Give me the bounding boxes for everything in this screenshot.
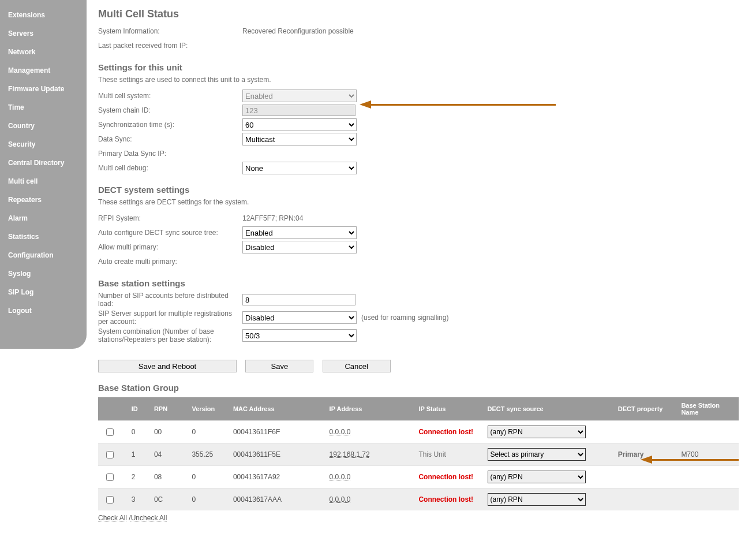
base-title: Base station settings (98, 278, 739, 288)
sidebar-item-servers[interactable]: Servers (0, 24, 87, 43)
cell-rpn: 0C (148, 488, 186, 511)
sidebar-item-statistics[interactable]: Statistics (0, 228, 87, 246)
lastpkt-row: Last packet received from IP: (98, 39, 739, 52)
check-all-link[interactable]: Check All (98, 514, 127, 522)
sidebar-item-network[interactable]: Network (0, 43, 87, 61)
table-row: 2080000413617A920.0.0.0Connection lost!(… (98, 466, 739, 488)
sidebar-item-alarm[interactable]: Alarm (0, 209, 87, 228)
combo-select[interactable]: 50/3 (242, 329, 357, 342)
sidebar-item-time[interactable]: Time (0, 98, 87, 117)
settings-desc: These settings are used to connect this … (98, 76, 739, 84)
dect-title: DECT system settings (98, 185, 739, 195)
sep: / (127, 514, 131, 522)
ip-link[interactable]: 0.0.0.0 (330, 495, 351, 504)
multi-select[interactable]: Disabled (242, 311, 357, 324)
row-checkbox[interactable] (106, 496, 114, 504)
cancel-button[interactable]: Cancel (323, 360, 391, 372)
uncheck-all-link[interactable]: Uncheck All (131, 514, 167, 522)
cell-prop (612, 466, 676, 488)
multi-label: SIP Server support for multiple registra… (98, 309, 242, 326)
rfpi-value: 12AFF5F7; RPN:04 (242, 214, 303, 222)
sync-source-select[interactable]: (any) RPN (488, 471, 586, 483)
sync-source-select[interactable]: Select as primary (488, 448, 586, 461)
sip-input[interactable] (242, 294, 355, 305)
cell-ip: 192.168.1.72 (324, 443, 413, 466)
debug-select[interactable]: None (242, 162, 357, 174)
allow-select[interactable]: Disabled (242, 241, 357, 253)
sidebar-item-country[interactable]: Country (0, 117, 87, 135)
sip-label: Number of SIP accounts before distribute… (98, 292, 242, 308)
cell-id: 1 (126, 443, 148, 466)
cell-id: 2 (126, 466, 148, 488)
th-name: Base Station Name (675, 397, 739, 421)
cell-ver: 355.25 (186, 443, 227, 466)
save-reboot-button[interactable]: Save and Reboot (98, 360, 237, 372)
cell-ip: 0.0.0.0 (324, 421, 413, 443)
cell-mac: 000413617AAA (227, 488, 324, 511)
cell-ver: 0 (186, 421, 227, 443)
sync-source-select[interactable]: (any) RPN (488, 426, 586, 438)
th-ipstatus: IP Status (413, 397, 481, 421)
sidebar-item-central-directory[interactable]: Central Directory (0, 154, 87, 172)
button-row: Save and Reboot Save Cancel (98, 360, 739, 372)
ip-link[interactable]: 0.0.0.0 (330, 428, 351, 436)
sync-source-select[interactable]: (any) RPN (488, 493, 586, 506)
cell-name (675, 466, 739, 488)
sidebar: ExtensionsServersNetworkManagementFirmwa… (0, 0, 87, 349)
cell-id: 3 (126, 488, 148, 511)
autocreate-label: Auto create multi primary: (98, 258, 242, 266)
sidebar-item-multi-cell[interactable]: Multi cell (0, 172, 87, 191)
allow-label: Allow multi primary: (98, 243, 242, 251)
datasync-label: Data Sync: (98, 135, 242, 143)
cell-rpn: 04 (148, 443, 186, 466)
sidebar-item-syslog[interactable]: Syslog (0, 264, 87, 283)
th-ver: Version (186, 397, 227, 421)
th-ip: IP Address (324, 397, 413, 421)
row-checkbox[interactable] (106, 428, 114, 436)
cell-prop (612, 488, 676, 511)
lastpkt-label: Last packet received from IP: (98, 42, 242, 50)
cell-ip: 0.0.0.0 (324, 466, 413, 488)
sidebar-item-extensions[interactable]: Extensions (0, 6, 87, 24)
page-title: Multi Cell Status (98, 8, 739, 20)
sync-select[interactable]: 60 (242, 118, 357, 131)
debug-label: Multi cell debug: (98, 164, 242, 172)
cell-status: Connection lost! (413, 488, 481, 511)
annotation-arrow-1 (360, 100, 556, 109)
cell-rpn: 08 (148, 466, 186, 488)
cell-mac: 000413617A92 (227, 466, 324, 488)
sidebar-item-management[interactable]: Management (0, 61, 87, 80)
sidebar-item-firmware-update[interactable]: Firmware Update (0, 80, 87, 98)
primip-label: Primary Data Sync IP: (98, 150, 242, 158)
cell-status: This Unit (413, 443, 481, 466)
table-row: 30C0000413617AAA0.0.0.0Connection lost!(… (98, 488, 739, 511)
combo-label: System combination (Number of base stati… (98, 327, 242, 344)
datasync-select[interactable]: Multicast (242, 133, 357, 146)
th-sync: DECT sync source (482, 397, 612, 421)
auto-select[interactable]: Enabled (242, 226, 357, 239)
sidebar-item-security[interactable]: Security (0, 135, 87, 154)
sync-label: Synchronization time (s): (98, 121, 242, 129)
cell-ver: 0 (186, 466, 227, 488)
sidebar-item-logout[interactable]: Logout (0, 301, 87, 320)
cell-id: 0 (126, 421, 148, 443)
base-station-table: ID RPN Version MAC Address IP Address IP… (98, 397, 739, 510)
save-button[interactable]: Save (245, 360, 313, 372)
mcs-select[interactable]: Enabled (242, 90, 357, 102)
ip-link[interactable]: 0.0.0.0 (330, 473, 351, 481)
cell-status: Connection lost! (413, 421, 481, 443)
th-prop: DECT property (612, 397, 676, 421)
row-checkbox[interactable] (106, 473, 114, 481)
row-checkbox[interactable] (106, 451, 114, 458)
multi-note: (used for roaming signalling) (361, 314, 448, 322)
chain-input[interactable] (242, 105, 355, 116)
th-id: ID (126, 397, 148, 421)
ip-link[interactable]: 192.168.1.72 (330, 450, 370, 458)
sidebar-item-configuration[interactable]: Configuration (0, 246, 87, 264)
th-rpn: RPN (148, 397, 186, 421)
sidebar-item-sip-log[interactable]: SIP Log (0, 283, 87, 301)
rfpi-label: RFPI System: (98, 214, 242, 222)
sidebar-item-repeaters[interactable]: Repeaters (0, 191, 87, 209)
sysinfo-row: System Information: Recovered Reconfigur… (98, 25, 739, 38)
annotation-arrow-2 (641, 456, 739, 464)
